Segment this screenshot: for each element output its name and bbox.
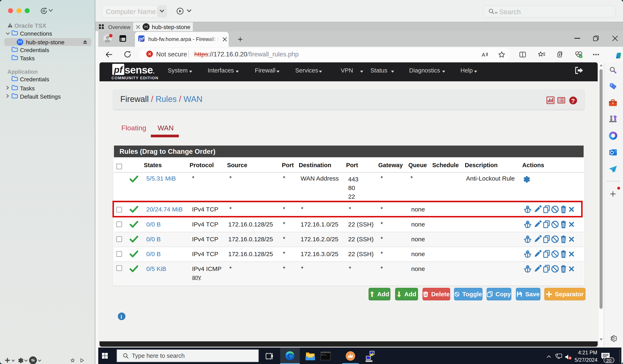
svg-text:C:\_: C:\_	[322, 354, 327, 356]
svg-text:A: A	[482, 52, 485, 58]
